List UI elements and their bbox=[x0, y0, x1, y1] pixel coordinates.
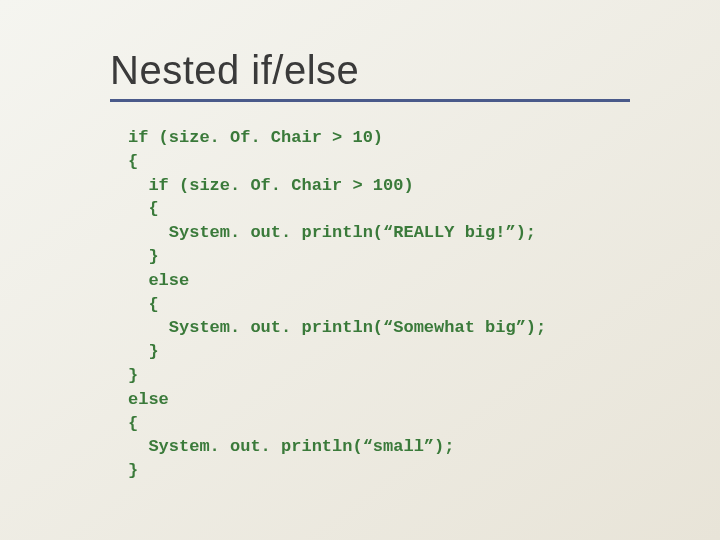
code-line: } bbox=[128, 342, 159, 361]
code-block: if (size. Of. Chair > 10) { if (size. Of… bbox=[110, 126, 630, 483]
code-line: System. out. println(“Somewhat big”); bbox=[128, 318, 546, 337]
code-line: } bbox=[128, 461, 138, 480]
slide-title: Nested if/else bbox=[110, 48, 630, 93]
code-line: if (size. Of. Chair > 10) bbox=[128, 128, 383, 147]
code-line: } bbox=[128, 247, 159, 266]
code-line: System. out. println(“REALLY big!”); bbox=[128, 223, 536, 242]
slide-container: Nested if/else if (size. Of. Chair > 10)… bbox=[0, 0, 720, 523]
code-line: { bbox=[128, 414, 138, 433]
title-underline bbox=[110, 99, 630, 102]
code-line: else bbox=[128, 390, 169, 409]
code-line: System. out. println(“small”); bbox=[128, 437, 454, 456]
code-line: { bbox=[128, 199, 159, 218]
code-line: { bbox=[128, 152, 138, 171]
code-line: } bbox=[128, 366, 138, 385]
code-line: { bbox=[128, 295, 159, 314]
code-line: else bbox=[128, 271, 189, 290]
code-line: if (size. Of. Chair > 100) bbox=[128, 176, 414, 195]
